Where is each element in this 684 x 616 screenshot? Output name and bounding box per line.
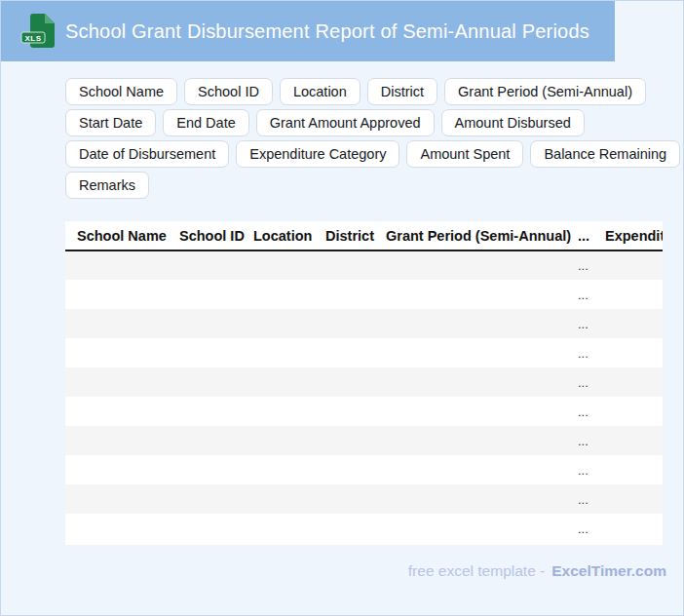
- chip-start-date[interactable]: Start Date: [65, 109, 156, 136]
- empty-cell: [168, 250, 242, 280]
- column-header: District: [314, 221, 374, 250]
- row-more-cell: ...: [566, 397, 593, 426]
- footer: free excel template -ExcelTimer.com: [408, 562, 666, 580]
- xls-icon-label: XLS: [24, 34, 41, 43]
- chip-expenditure-category[interactable]: Expenditure Category: [236, 140, 399, 168]
- row-more-cell: ...: [566, 484, 593, 514]
- empty-cell: [65, 250, 168, 280]
- empty-cell: [242, 338, 314, 367]
- empty-cell: [65, 426, 168, 455]
- empty-cell: [242, 426, 314, 455]
- table-row: ...: [65, 397, 663, 426]
- table-row: ...: [65, 250, 663, 280]
- empty-cell: [374, 514, 566, 543]
- empty-cell: [374, 397, 566, 426]
- empty-cell: [168, 309, 242, 338]
- chip-end-date[interactable]: End Date: [163, 109, 248, 136]
- chip-location[interactable]: Location: [280, 78, 361, 105]
- footer-text: free excel template -: [408, 562, 545, 579]
- empty-cell: [374, 455, 566, 484]
- chip-school-id[interactable]: School ID: [184, 78, 273, 105]
- chip-remarks[interactable]: Remarks: [65, 172, 149, 199]
- empty-cell: [65, 338, 168, 367]
- empty-cell: [314, 484, 374, 514]
- empty-cell: [314, 426, 374, 455]
- row-more-cell: ...: [566, 367, 593, 397]
- empty-cell: [65, 397, 168, 426]
- table-row: ...: [65, 338, 663, 367]
- empty-cell: [242, 514, 314, 543]
- table-row: ...: [65, 455, 663, 484]
- chip-school-name[interactable]: School Name: [65, 78, 177, 105]
- chip-grant-amount-approved[interactable]: Grant Amount Approved: [256, 109, 435, 136]
- empty-cell: [242, 484, 314, 514]
- empty-cell: [593, 426, 663, 455]
- empty-cell: [314, 397, 374, 426]
- empty-cell: [168, 426, 242, 455]
- empty-cell: [374, 309, 566, 338]
- empty-cell: [168, 367, 242, 397]
- chip-district[interactable]: District: [367, 78, 437, 105]
- column-header: School ID: [168, 221, 242, 250]
- table-row: ...: [65, 484, 663, 514]
- chip-grant-period-semi-annual[interactable]: Grant Period (Semi-Annual): [444, 78, 646, 105]
- table-row: ...: [65, 514, 663, 543]
- chips: School NameSchool IDLocationDistrictGran…: [65, 78, 667, 199]
- empty-cell: [168, 514, 242, 543]
- empty-cell: [374, 484, 566, 514]
- footer-brand-link[interactable]: ExcelTimer.com: [551, 562, 666, 579]
- chip-balance-remaining[interactable]: Balance Remaining: [530, 140, 680, 168]
- empty-cell: [314, 250, 374, 280]
- empty-cell: [593, 338, 663, 367]
- empty-cell: [65, 309, 168, 338]
- empty-cell: [65, 484, 168, 514]
- empty-cell: [593, 309, 663, 338]
- chip-row: Remarks: [65, 172, 667, 199]
- chip-amount-disbursed[interactable]: Amount Disbursed: [441, 109, 585, 136]
- empty-cell: [242, 250, 314, 280]
- template-preview-page: XLS School Grant Disbursement Report of …: [0, 0, 684, 616]
- empty-cell: [314, 455, 374, 484]
- table-row: ...: [65, 367, 663, 397]
- empty-cell: [168, 455, 242, 484]
- column-header: Expenditure Category: [593, 221, 663, 250]
- row-more-cell: ...: [566, 426, 593, 455]
- empty-cell: [314, 514, 374, 543]
- column-header: Location: [242, 221, 314, 250]
- empty-cell: [242, 397, 314, 426]
- row-more-cell: ...: [566, 250, 593, 280]
- row-more-cell: ...: [566, 514, 593, 543]
- column-header: School Name: [65, 221, 168, 250]
- chip-row: Start DateEnd DateGrant Amount ApprovedA…: [65, 109, 667, 136]
- table-body: ..............................: [65, 250, 663, 543]
- empty-cell: [374, 426, 566, 455]
- table-row: ...: [65, 280, 663, 309]
- empty-cell: [242, 280, 314, 309]
- empty-cell: [374, 280, 566, 309]
- empty-cell: [593, 514, 663, 543]
- empty-cell: [65, 455, 168, 484]
- chip-date-of-disbursement[interactable]: Date of Disbursement: [65, 140, 229, 168]
- empty-cell: [65, 367, 168, 397]
- report-table-container: School NameSchool IDLocationDistrictGran…: [65, 221, 663, 545]
- empty-cell: [168, 338, 242, 367]
- row-more-cell: ...: [566, 455, 593, 484]
- empty-cell: [242, 309, 314, 338]
- table-header-row: School NameSchool IDLocationDistrictGran…: [65, 221, 663, 250]
- page-title: School Grant Disbursement Report of Semi…: [65, 1, 589, 61]
- empty-cell: [242, 367, 314, 397]
- empty-cell: [593, 455, 663, 484]
- empty-cell: [168, 484, 242, 514]
- chip-amount-spent[interactable]: Amount Spent: [406, 140, 523, 168]
- empty-cell: [314, 309, 374, 338]
- chip-row: Date of DisbursementExpenditure Category…: [65, 140, 667, 168]
- empty-cell: [168, 397, 242, 426]
- empty-cell: [314, 338, 374, 367]
- row-more-cell: ...: [566, 309, 593, 338]
- empty-cell: [314, 280, 374, 309]
- empty-cell: [593, 397, 663, 426]
- row-more-cell: ...: [566, 338, 593, 367]
- empty-cell: [168, 280, 242, 309]
- empty-cell: [374, 338, 566, 367]
- empty-cell: [593, 250, 663, 280]
